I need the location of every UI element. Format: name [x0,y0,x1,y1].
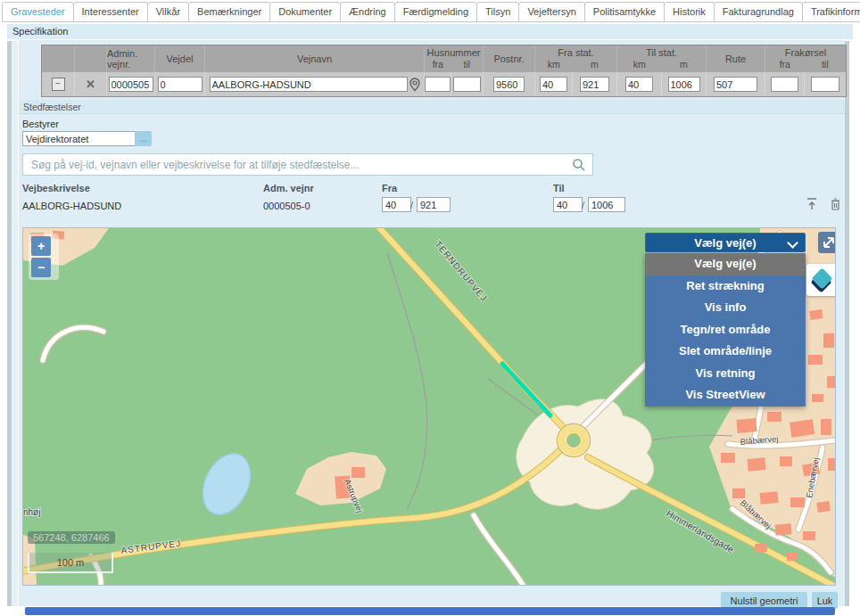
husnummer-fra-input[interactable] [425,77,451,92]
specification-grid: Admin. vejnr. Vejdel Vejnavn Husnummer f… [41,45,847,97]
til-separator: / [582,200,584,210]
map-tool-dropdown[interactable]: Vælg vej(e) [645,233,806,252]
menu-item-ret-straekning[interactable]: Ret strækning [645,275,806,298]
tab-historik[interactable]: Historik [664,2,715,22]
chevron-down-icon [787,237,798,249]
move-to-top-icon[interactable] [806,197,818,211]
tab-tilsyn[interactable]: Tilsyn [476,2,519,22]
search-icon [572,158,586,172]
section-specifikation: Specifikation [7,24,853,39]
col-header-delete [74,45,106,72]
tab-fakturagrundlag[interactable]: Fakturagrundlag [714,2,803,22]
tab-politisamtykke[interactable]: Politisamtykke [584,2,665,22]
menu-item-vis-info[interactable]: Vis info [645,297,806,319]
husnummer-fra-label: fra [425,59,451,70]
husnummer-group-label: Husnummer [427,47,481,59]
zoom-in-button[interactable]: + [31,236,51,256]
til-stat-km-input[interactable] [625,77,653,92]
tab-faerdigmelding[interactable]: Færdigmelding [394,2,477,22]
col-header-husnummer: Husnummer fratil [424,45,483,72]
right-panel-strip [845,41,849,606]
husnummer-til-input[interactable] [453,77,481,92]
til-km-input[interactable] [553,197,583,212]
zoom-out-button[interactable]: − [31,258,51,277]
adm-vejnr-value: 0000505-0 [263,201,310,211]
expand-icon [818,232,836,253]
til-stat-km-label: km [617,59,662,70]
tab-gravesteder[interactable]: Gravesteder [2,2,74,22]
menu-item-vis-streetview[interactable]: Vis StreetView [645,384,806,407]
tab-trafikinformation[interactable]: Trafikinformation [802,2,860,22]
col-header-postnr: Postnr. [483,45,534,72]
menu-item-vis-retning[interactable]: Vis retning [645,363,806,385]
grid-data-row: − ✕ [42,72,846,96]
col-header-fra-stat: Fra stat. kmm [534,45,616,72]
fra-stat-m-label: m [573,59,616,70]
adm-vejnr-header: Adm. vejnr [263,183,314,193]
coordinates-readout: 567248, 6287466 [28,531,115,544]
delete-stedfaestelse-icon[interactable] [830,197,841,211]
til-stat-group-label: Til stat. [646,47,677,59]
map-scale-bar: 100 m [28,553,113,573]
vejnavn-input[interactable] [210,77,408,92]
frakorsel-fra-label: fra [765,59,805,70]
vejdel-input[interactable] [158,77,203,92]
fra-km-input[interactable] [382,197,411,212]
col-header-vejdel: Vejdel [154,45,204,72]
menu-item-vaelg-veje[interactable]: Vælg vej(e) [645,253,806,275]
til-header: Til [553,183,565,193]
postnr-input[interactable] [493,77,525,92]
menu-item-slet-omrade-linje[interactable]: Slet område/linje [645,341,806,363]
fra-stat-km-input[interactable] [540,77,567,92]
frakorsel-fra-input[interactable] [771,77,798,92]
til-stat-m-label: m [662,59,707,70]
frakorsel-til-input[interactable] [811,77,839,92]
map-canvas[interactable]: TERNDRUPVEJ Astrupvej ASTRUPVEJ Himmerla… [22,227,836,586]
tab-vilkar[interactable]: Vilkår [147,2,189,22]
map-tool-selected-label: Vælg vej(e) [694,236,756,250]
rute-input[interactable] [714,77,757,92]
fra-stat-km-label: km [535,59,573,70]
section-stedfaestelser: Stedfæstelser [19,100,845,114]
delete-row-icon[interactable]: ✕ [86,78,95,91]
scale-label: 100 m [57,557,85,568]
grid-header-row: Admin. vejnr. Vejdel Vejnavn Husnummer f… [42,45,846,72]
fra-header: Fra [382,183,397,193]
vejbeskrivelse-header: Vejbeskrivelse [22,183,90,193]
col-header-vejnavn: Vejnavn [204,45,424,72]
bestyrer-label: Bestyrer [22,119,59,129]
roundabout [558,424,591,457]
col-header-expand [42,45,74,72]
col-header-rute: Rute [706,45,765,72]
tab-interessenter[interactable]: Interessenter [73,2,148,22]
fullscreen-map-button[interactable] [818,232,836,253]
location-pin-icon[interactable] [409,78,420,92]
tab-bar: Gravesteder Interessenter Vilkår Bemærkn… [2,2,860,22]
admin-vejnr-input[interactable] [109,77,153,92]
fra-stat-m-input[interactable] [580,77,609,92]
partial-place-label: nhøj [23,507,40,517]
fra-m-input[interactable] [417,197,451,212]
left-panel-strip-inner [12,41,18,606]
layers-button[interactable] [806,264,836,296]
fra-stat-group-label: Fra stat. [558,47,593,59]
til-m-input[interactable] [588,197,625,212]
menu-item-tegn-ret-omrade[interactable]: Tegn/ret område [645,319,806,341]
tab-vejeftersyn[interactable]: Vejeftersyn [518,2,584,22]
tab-bemaerkninger[interactable]: Bemærkninger [188,2,270,22]
frakorsel-til-label: til [805,59,846,70]
map-zoom-control: + − [29,234,59,280]
map-tool-menu: Vælg vej(e) Ret strækning Vis info Tegn/… [645,253,806,407]
bestyrer-browse-button[interactable]: ... [135,131,152,146]
tab-dokumenter[interactable]: Dokumenter [269,2,341,22]
col-header-frakorsel: Frakørsel fratil [765,45,846,72]
tab-aendring[interactable]: Ændring [340,2,395,22]
col-header-til-stat: Til stat. kmm [616,45,706,72]
col-header-admin-vejnr: Admin. vejnr. [106,45,154,72]
til-stat-m-input[interactable] [668,77,700,92]
collapse-row-icon[interactable]: − [52,78,65,91]
horizontal-scrollbar[interactable] [25,607,835,615]
stedfaestelse-search-input[interactable] [22,153,593,176]
bestyrer-input[interactable] [22,131,136,146]
vejbeskrivelse-value: AALBORG-HADSUND [22,201,121,211]
